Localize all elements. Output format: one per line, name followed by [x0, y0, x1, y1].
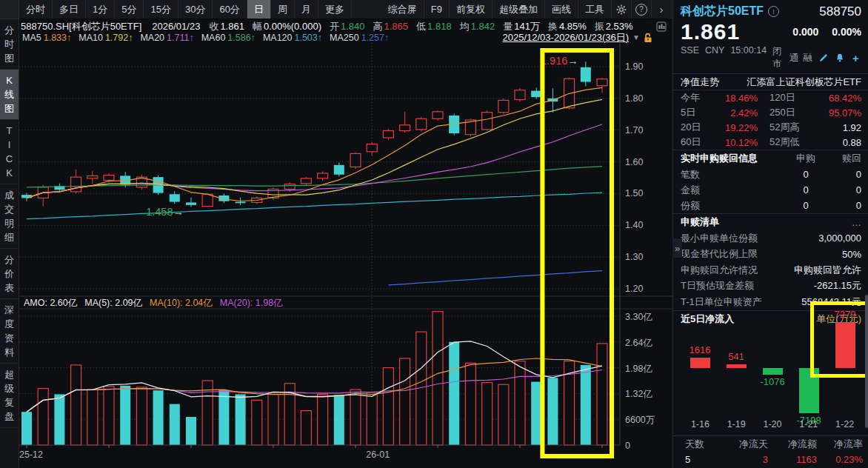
nav-row: 净值走势 汇添富上证科创板芯片ETF [673, 74, 868, 90]
tab-period-0[interactable]: 分时 [19, 0, 53, 19]
sidebar-item-char: I [8, 138, 11, 152]
amo-legend-1: MA(5): 2.09亿 [84, 297, 142, 310]
sidebar-item-char: 细 [4, 230, 14, 244]
status-item: 闭市 [772, 45, 784, 70]
flow-x-label: 1-19 [718, 419, 755, 429]
stat-value: 1163 [768, 454, 817, 465]
panel-expand-handle[interactable]: » [672, 238, 682, 258]
tab-period-4[interactable]: 15分 [144, 0, 178, 19]
flow-x-label: 1-20 [755, 419, 791, 429]
subscription-rows: 笔数00金额00份额00 [673, 167, 868, 213]
stat-value: 0.23% [817, 454, 868, 465]
svg-text:6600万: 6600万 [625, 415, 655, 425]
toolbar-item-1[interactable]: F9 [424, 0, 450, 19]
sidebar-item-char: 复 [4, 395, 14, 410]
sidebar-item-char: 时 [4, 37, 14, 51]
sidebar-item-5[interactable]: 深度资料 [0, 299, 19, 364]
unlock-icon[interactable] [644, 33, 653, 43]
help-icon[interactable]: ? [632, 0, 652, 19]
quote-field-4: 低1.818 [416, 20, 452, 33]
stat-header: 净流率 [817, 438, 868, 451]
bell-icon[interactable] [834, 53, 845, 64]
sidebar-item-char: C [6, 152, 13, 166]
date-range-label[interactable]: 2025/12/03-2026/01/23(36日) [503, 31, 630, 44]
status-badges: 通融 + [789, 52, 861, 64]
subscription-header: 实时申购赎回信息 申购 赎回 [673, 150, 868, 167]
toolbar-item-3[interactable]: 超级叠加 [493, 0, 545, 19]
flow-col-1-16: 1616 [682, 304, 718, 416]
subs-row-2: 份额00 [673, 198, 868, 213]
svg-text:2.64亿: 2.64亿 [625, 338, 652, 348]
gear-icon[interactable] [612, 0, 632, 19]
kline-chart[interactable]: 1.901.801.701.601.501.401.301.203.30亿2.6… [19, 43, 672, 468]
svg-text:1.916→: 1.916→ [541, 55, 578, 67]
volume-legend-row: AMO: 2.60亿MA(5): 2.09亿MA(10): 2.04亿MA(20… [24, 297, 290, 310]
quote-field-5: 均1.842 [460, 20, 495, 33]
sidebar-item-4[interactable]: 分价表 [0, 249, 19, 299]
tab-period-2[interactable]: 1分 [86, 0, 115, 19]
sidebar-item-char: 表 [4, 281, 14, 295]
toolbar-item-4[interactable]: 画线 [545, 0, 578, 19]
status-row: SSECNY15:00:14闭市 通融 + [673, 44, 868, 74]
tab-period-6[interactable]: 60分 [213, 0, 247, 19]
sidebar-item-2[interactable]: TICK [0, 120, 19, 184]
tab-period-9[interactable]: 月 [295, 0, 318, 19]
svg-text:1.30: 1.30 [625, 252, 643, 262]
period-tab-bar: 分时多日1分5分15分30分60分日周月更多 综合屏F9前复权超级叠加画线工具?… [19, 0, 672, 19]
change-value: 0.000 [792, 26, 818, 38]
tab-period-10[interactable]: 更多 [318, 0, 352, 19]
perf-row-0: 今年18.46%120日68.42% [673, 90, 868, 105]
scrollbar-thumb[interactable] [865, 295, 868, 428]
perf-row-3: 60日10.12%52周低0.88 [673, 135, 868, 150]
etf-code: 588750 [819, 4, 861, 19]
tab-period-7[interactable]: 日 [247, 0, 271, 19]
price-change: 0.000 0.00% [782, 26, 861, 38]
tab-period-3[interactable]: 5分 [115, 0, 144, 19]
toolbar-item-2[interactable]: 前复权 [450, 0, 493, 19]
tab-period-1[interactable]: 多日 [53, 0, 86, 19]
sidebar-item-char: 级 [4, 381, 14, 395]
flow-stats: 天数净流天净流额净流率5311630.23% [673, 435, 868, 467]
sidebar-item-char: 度 [4, 317, 14, 331]
sidebar-item-char: 分 [4, 253, 14, 267]
stat-value: 3 [719, 454, 768, 465]
flow-bar [690, 358, 710, 368]
date-range-selector[interactable]: 2025/12/03-2026/01/23(36日) ▼ [503, 31, 653, 44]
add-watchlist-icon[interactable]: + [850, 53, 861, 64]
quote-field-1: 幅0.00%(0.000) [253, 20, 321, 33]
sidebar-item-1[interactable]: K线图 [0, 70, 19, 120]
tab-period-5[interactable]: 30分 [178, 0, 213, 19]
ma-legend: MA51.833↑MA101.792↑MA201.711↑MA601.586↑M… [22, 33, 396, 43]
nav-fund-name: 汇添富上证科创板芯片ETF [747, 76, 861, 89]
tab-period-8[interactable]: 周 [271, 0, 295, 19]
stat-header: 净流额 [768, 438, 817, 451]
sidebar-item-3[interactable]: 成交明细 [0, 184, 19, 249]
sidebar-item-0[interactable]: 分时图 [0, 19, 19, 70]
chevron-down-icon[interactable]: ▼ [632, 33, 640, 41]
sidebar-item-6[interactable]: 超级复盘 [0, 364, 19, 428]
info-icon[interactable]: ! [768, 6, 779, 17]
highlight-box-flow [810, 301, 868, 378]
kline-settings-icon[interactable] [652, 21, 671, 32]
list-header: 申赎清单 … [673, 213, 868, 230]
change-percent: 0.00% [832, 26, 861, 38]
more-icon[interactable]: … [852, 217, 861, 228]
svg-text:1.32亿: 1.32亿 [625, 389, 652, 399]
margin-badges: 通融 [789, 52, 812, 64]
flow-x-labels: 1-161-191-201-211-22 [682, 419, 863, 429]
svg-text:1.20: 1.20 [625, 284, 643, 294]
performance-table: 今年18.46%120日68.42%5日2.42%250日95.07%20日19… [673, 90, 868, 150]
sidebar-item-char: 超 [4, 367, 14, 381]
flow-value-label: 541 [714, 351, 758, 362]
sidebar-item-char: 明 [4, 216, 14, 230]
stat-value: 5 [673, 454, 719, 465]
trading-app-window: 分时图K线图TICK成交明细分价表深度资料超级复盘 分时多日1分5分15分30分… [0, 0, 868, 468]
stat-header: 净流天 [719, 438, 768, 451]
sidebar-item-char: K [6, 73, 13, 87]
edit-icon[interactable] [818, 53, 829, 64]
sidebar-item-char: 深 [4, 303, 14, 317]
chevron-right-icon[interactable]: › [652, 0, 672, 19]
toolbar-item-5[interactable]: 工具 [578, 0, 612, 19]
flow-bar [727, 364, 747, 368]
toolbar-item-0[interactable]: 综合屏 [381, 0, 424, 19]
